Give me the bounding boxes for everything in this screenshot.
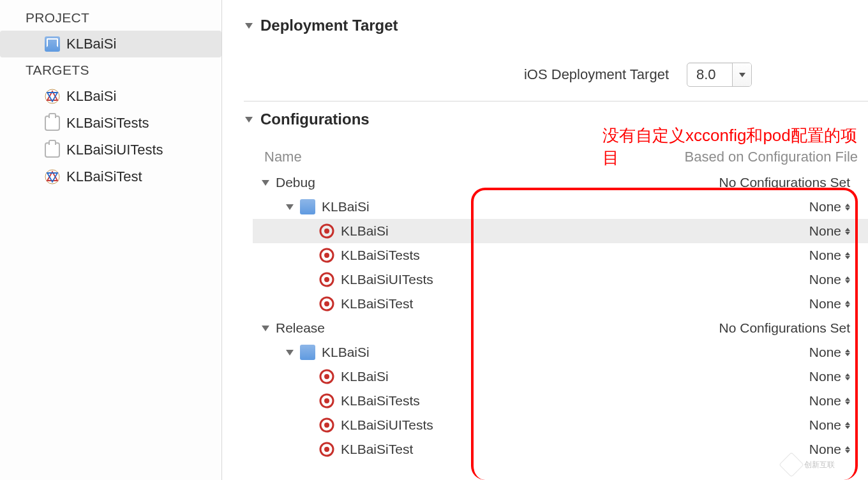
config-status: No Configurations Set: [719, 175, 850, 190]
config-group-row[interactable]: Release No Configurations Set: [253, 316, 868, 340]
config-file-select[interactable]: None: [809, 417, 850, 433]
config-target-row[interactable]: KLBaiSiTests None: [253, 389, 868, 413]
test-target-icon: [45, 142, 60, 158]
disclosure-triangle-icon[interactable]: [245, 23, 253, 29]
config-target-name: KLBaiSiUITests: [341, 417, 433, 433]
section-title: Deployment Target: [260, 17, 398, 34]
config-target-name: KLBaiSi: [341, 369, 389, 384]
disclosure-triangle-icon[interactable]: [286, 204, 294, 210]
config-project-row[interactable]: KLBaiSi None: [253, 340, 868, 364]
xcode-project-icon: [45, 36, 60, 52]
target-label: KLBaiSiTest: [66, 169, 142, 185]
column-name: Name: [264, 149, 302, 165]
watermark-text: 创新互联: [804, 460, 835, 470]
target-bullseye-icon: [319, 272, 334, 287]
svg-point-11: [324, 374, 329, 379]
editor-pane: Deployment Target iOS Deployment Target …: [222, 0, 868, 480]
target-bullseye-icon: [319, 296, 334, 311]
stepper-icon: [845, 276, 850, 283]
project-navigator: PROJECT KLBaiSi TARGETS KLBaiSi KLBaiSiT…: [0, 0, 222, 480]
disclosure-triangle-icon[interactable]: [286, 350, 294, 356]
dropdown-arrow-icon[interactable]: [732, 63, 751, 86]
config-file-select[interactable]: None: [809, 345, 850, 360]
config-status: No Configurations Set: [719, 320, 850, 336]
target-bullseye-icon: [319, 417, 334, 433]
stepper-icon: [845, 373, 850, 380]
target-bullseye-icon: [319, 248, 334, 263]
watermark-logo-icon: [779, 452, 804, 477]
target-label: KLBaiSiTests: [66, 115, 149, 131]
config-target-row[interactable]: KLBaiSiTest None: [253, 292, 868, 316]
project-section-header: PROJECT: [0, 5, 221, 31]
target-label: KLBaiSiUITests: [66, 142, 163, 158]
config-file-select[interactable]: None: [809, 272, 850, 287]
disclosure-triangle-icon[interactable]: [262, 326, 269, 331]
target-item[interactable]: KLBaiSiTests: [0, 110, 221, 137]
config-target-name: KLBaiSi: [341, 223, 389, 239]
config-target-name: KLBaiSiTests: [341, 393, 420, 409]
app-target-icon: [45, 89, 60, 104]
config-name: Release: [276, 320, 325, 336]
stepper-icon: [845, 204, 850, 211]
config-project-name: KLBaiSi: [322, 345, 370, 360]
project-item[interactable]: KLBaiSi: [0, 31, 221, 57]
config-target-row[interactable]: KLBaiSiUITests None: [253, 413, 868, 437]
stepper-icon: [845, 349, 850, 356]
svg-point-7: [324, 277, 329, 282]
config-project-name: KLBaiSi: [322, 199, 370, 214]
target-bullseye-icon: [319, 369, 334, 384]
target-bullseye-icon: [319, 442, 334, 457]
svg-point-15: [324, 423, 329, 428]
config-target-row[interactable]: KLBaiSiUITests None: [253, 267, 868, 292]
test-target-icon: [45, 116, 60, 131]
deployment-target-label: iOS Deployment Target: [222, 66, 687, 83]
section-title: Configurations: [260, 110, 370, 128]
config-target-row[interactable]: KLBaiSiTests None: [253, 243, 868, 267]
config-file-select[interactable]: None: [809, 199, 850, 214]
xcode-project-icon: [300, 345, 315, 360]
config-target-row[interactable]: KLBaiSiTest None: [253, 437, 868, 461]
config-file-select[interactable]: None: [809, 223, 850, 239]
deployment-target-combobox[interactable]: 8.0: [687, 63, 752, 87]
target-item[interactable]: KLBaiSi: [0, 83, 221, 110]
config-file-select[interactable]: None: [809, 248, 850, 263]
target-item[interactable]: KLBaiSiUITests: [0, 137, 221, 163]
targets-section-header: TARGETS: [0, 57, 221, 83]
svg-point-13: [324, 398, 329, 403]
stepper-icon: [845, 398, 850, 405]
svg-point-17: [324, 447, 329, 452]
xcode-project-icon: [300, 199, 315, 214]
config-target-name: KLBaiSiTests: [341, 248, 420, 263]
deployment-target-value: 8.0: [687, 66, 732, 83]
config-target-name: KLBaiSiUITests: [341, 272, 433, 287]
config-name: Debug: [276, 175, 315, 190]
target-bullseye-icon: [319, 393, 334, 409]
config-target-name: KLBaiSiTest: [341, 442, 413, 457]
section-divider: [244, 101, 868, 101]
config-target-row[interactable]: KLBaiSi None: [253, 219, 868, 243]
disclosure-triangle-icon[interactable]: [262, 180, 269, 186]
config-group-row[interactable]: Debug No Configurations Set: [253, 170, 868, 195]
deployment-target-row: iOS Deployment Target 8.0: [222, 40, 868, 101]
target-label: KLBaiSi: [66, 88, 116, 105]
watermark: 创新互联: [782, 452, 865, 477]
target-bullseye-icon: [319, 223, 334, 239]
svg-point-5: [324, 253, 329, 258]
configurations-table: Debug No Configurations Set KLBaiSi None…: [253, 170, 868, 461]
deployment-target-section[interactable]: Deployment Target: [222, 11, 868, 40]
config-file-select[interactable]: None: [809, 393, 850, 409]
svg-point-9: [324, 301, 329, 306]
annotation-text: 没有自定义xcconfig和pod配置的项目: [602, 124, 868, 169]
target-item[interactable]: KLBaiSiTest: [0, 163, 221, 190]
app-target-icon: [45, 169, 60, 184]
config-target-row[interactable]: KLBaiSi None: [253, 364, 868, 389]
stepper-icon: [845, 228, 850, 235]
stepper-icon: [845, 301, 850, 308]
svg-point-3: [324, 229, 329, 234]
stepper-icon: [845, 252, 850, 259]
disclosure-triangle-icon[interactable]: [245, 117, 253, 123]
config-project-row[interactable]: KLBaiSi None: [253, 195, 868, 219]
config-file-select[interactable]: None: [809, 296, 850, 311]
config-file-select[interactable]: None: [809, 369, 850, 384]
stepper-icon: [845, 422, 850, 429]
